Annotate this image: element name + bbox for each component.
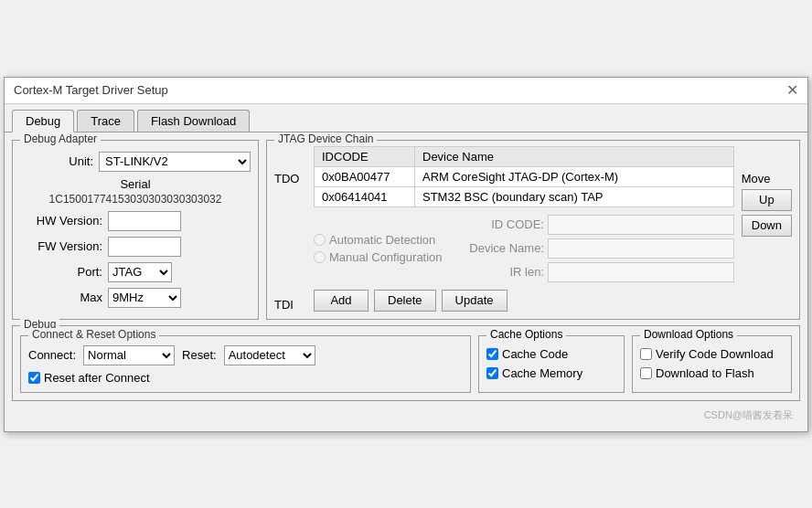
- tab-debug[interactable]: Debug: [12, 110, 74, 132]
- serial-value: 1C15001774153030303030303032: [20, 193, 251, 206]
- right-config: ID CODE: Device Name: IR len:: [462, 215, 734, 282]
- jtag-table: IDCODE Device Name 0x0BA00477ARM CoreSig…: [314, 146, 734, 207]
- connect-select[interactable]: Normal with Pre-reset Under Reset Connec…: [83, 345, 175, 365]
- cache-memory-checkbox[interactable]: [486, 367, 498, 379]
- hw-version-row: HW Version: V2: [20, 211, 251, 231]
- download-flash-checkbox[interactable]: [640, 367, 652, 379]
- down-button[interactable]: Down: [742, 215, 792, 237]
- jtag-inner: TDO TDI IDCODE Device Name: [274, 146, 792, 312]
- up-button[interactable]: Up: [742, 189, 792, 211]
- device-name-label: Device Name:: [462, 241, 544, 255]
- device-name-cell: STM32 BSC (boundary scan) TAP: [415, 186, 734, 206]
- serial-label: Serial: [20, 177, 251, 191]
- radio-group: Automatic Detection Manual Configuration: [314, 233, 451, 264]
- reset-after-connect-label: Reset after Connect: [44, 371, 150, 385]
- cache-code-checkbox[interactable]: [486, 348, 498, 360]
- col-idcode: IDCODE: [315, 146, 415, 166]
- tab-trace[interactable]: Trace: [77, 110, 134, 132]
- jtag-config-row: Automatic Detection Manual Configuration…: [314, 215, 734, 282]
- cache-code-row: Cache Code: [486, 347, 616, 361]
- reset-after-connect-checkbox[interactable]: [28, 372, 40, 384]
- jtag-group: JTAG Device Chain TDO TDI IDCODE Device …: [266, 140, 800, 320]
- device-name-input[interactable]: [548, 238, 734, 259]
- close-button[interactable]: ✕: [786, 83, 798, 98]
- main-window: Cortex-M Target Driver Setup ✕ Debug Tra…: [4, 77, 808, 432]
- update-button[interactable]: Update: [442, 290, 508, 312]
- cache-memory-label: Cache Memory: [502, 366, 582, 380]
- download-inner: Verify Code Download Download to Flash: [640, 347, 784, 380]
- reset-select[interactable]: Autodetect Software Hardware: [224, 345, 315, 365]
- ir-len-input[interactable]: [548, 262, 734, 282]
- watermark: CSDN@喵酱发着呆: [12, 407, 800, 424]
- table-row[interactable]: 0x06414041STM32 BSC (boundary scan) TAP: [315, 186, 734, 206]
- port-select[interactable]: JTAG SWD: [108, 262, 172, 282]
- cache-options-box: Cache Options Cache Code Cache Memory: [478, 335, 625, 393]
- add-button[interactable]: Add: [314, 290, 369, 312]
- window-title: Cortex-M Target Driver Setup: [14, 83, 168, 97]
- debug-adapter-title: Debug Adapter: [20, 132, 101, 145]
- manual-config-label[interactable]: Manual Configuration: [314, 250, 451, 264]
- auto-detection-radio[interactable]: [314, 234, 326, 246]
- debug-adapter-group: Debug Adapter Unit: ST-LINK/V2 Serial 1C…: [12, 140, 259, 320]
- jtag-title: JTAG Device Chain: [274, 132, 377, 145]
- tab-bar: Debug Trace Flash Download: [5, 104, 807, 132]
- id-code-label: ID CODE:: [462, 217, 544, 231]
- manual-config-radio[interactable]: [314, 251, 326, 263]
- max-label: Max: [20, 291, 102, 304]
- tdo-label: TDO: [274, 172, 306, 185]
- port-label: Port:: [20, 265, 102, 279]
- ir-len-label: IR len:: [462, 265, 544, 279]
- idcode-cell: 0x06414041: [315, 186, 415, 206]
- reset-label: Reset:: [182, 348, 217, 362]
- jtag-table-area: IDCODE Device Name 0x0BA00477ARM CoreSig…: [314, 146, 734, 312]
- main-content: Debug Adapter Unit: ST-LINK/V2 Serial 1C…: [5, 132, 807, 431]
- connect-reset-title: Connect & Reset Options: [28, 328, 159, 341]
- download-options-title: Download Options: [640, 328, 737, 341]
- download-options-box: Download Options Verify Code Download Do…: [632, 335, 792, 393]
- tdi-label: TDI: [274, 298, 306, 312]
- unit-label: Unit:: [20, 154, 93, 168]
- reset-after-connect-row: Reset after Connect: [28, 371, 463, 385]
- verify-code-checkbox[interactable]: [640, 348, 652, 360]
- id-code-input[interactable]: [548, 215, 734, 235]
- cache-options-title: Cache Options: [486, 328, 566, 341]
- delete-button[interactable]: Delete: [374, 290, 436, 312]
- connect-reset-box: Connect & Reset Options Connect: Normal …: [20, 335, 471, 393]
- hw-version-input[interactable]: V2: [108, 211, 181, 231]
- device-name-row: Device Name:: [462, 238, 734, 259]
- connect-row: Connect: Normal with Pre-reset Under Res…: [28, 345, 463, 365]
- download-flash-label: Download to Flash: [656, 366, 754, 380]
- download-flash-row: Download to Flash: [640, 366, 784, 380]
- top-row: Debug Adapter Unit: ST-LINK/V2 Serial 1C…: [12, 140, 800, 320]
- title-bar: Cortex-M Target Driver Setup ✕: [5, 78, 807, 104]
- jtag-action-btns: Add Delete Update: [314, 290, 734, 312]
- max-select[interactable]: 1MHz 2MHz 4MHz 9MHz 18MHz: [108, 288, 181, 308]
- cache-code-label: Cache Code: [502, 347, 568, 361]
- idcode-cell: 0x0BA00477: [315, 166, 415, 186]
- auto-detection-label[interactable]: Automatic Detection: [314, 233, 451, 247]
- col-device-name: Device Name: [415, 146, 734, 166]
- debug-bottom: Debug Connect & Reset Options Connect: N…: [12, 325, 800, 401]
- verify-code-row: Verify Code Download: [640, 347, 784, 361]
- connect-label: Connect:: [28, 348, 76, 362]
- table-row[interactable]: 0x0BA00477ARM CoreSight JTAG-DP (Cortex-…: [315, 166, 734, 186]
- id-code-row: ID CODE:: [462, 215, 734, 235]
- cache-inner: Cache Code Cache Memory: [486, 347, 616, 380]
- jtag-labels: TDO TDI: [274, 146, 306, 312]
- fw-version-label: FW Version:: [20, 239, 102, 253]
- debug-bottom-inner: Connect & Reset Options Connect: Normal …: [20, 335, 792, 393]
- hw-version-label: HW Version:: [20, 214, 102, 228]
- max-row: Max 1MHz 2MHz 4MHz 9MHz 18MHz: [20, 288, 251, 308]
- cache-memory-row: Cache Memory: [486, 366, 616, 380]
- fw-version-input[interactable]: V2J35S7: [108, 237, 181, 257]
- unit-row: Unit: ST-LINK/V2: [20, 152, 251, 172]
- jtag-move-btns: Move Up Down: [742, 146, 792, 312]
- connect-reset-inner: Connect: Normal with Pre-reset Under Res…: [28, 345, 463, 385]
- unit-select[interactable]: ST-LINK/V2: [99, 152, 251, 172]
- move-label: Move: [742, 172, 792, 185]
- port-row: Port: JTAG SWD: [20, 262, 251, 282]
- tab-flash-download[interactable]: Flash Download: [137, 110, 250, 132]
- ir-len-row: IR len:: [462, 262, 734, 282]
- serial-section: Serial 1C15001774153030303030303032: [20, 177, 251, 206]
- verify-code-label: Verify Code Download: [656, 347, 774, 361]
